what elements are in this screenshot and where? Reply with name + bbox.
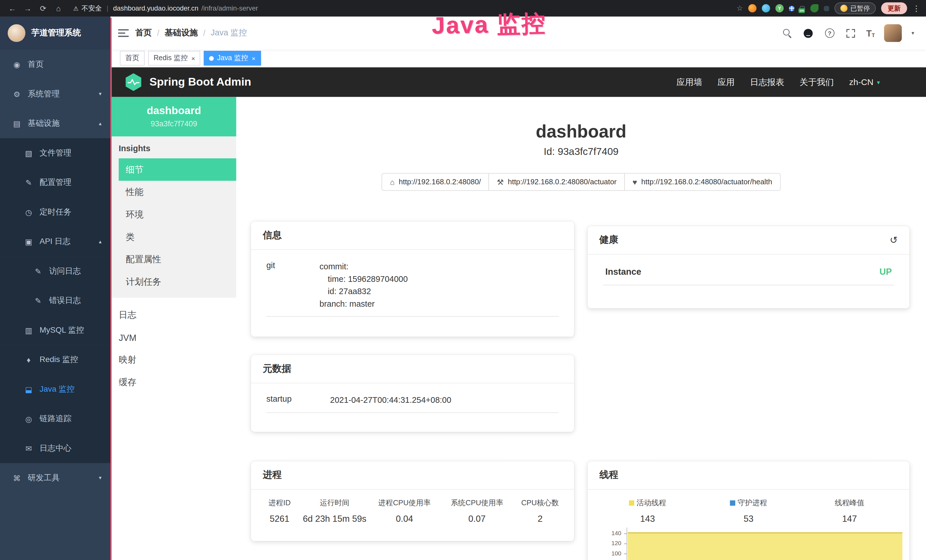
sidebar-item-label: 定时任务 [39,207,71,217]
sidebar-item-redis-monitor[interactable]: ♦ Redis 监控 [0,345,110,375]
legend-live-threads: 活动线程 143 [597,498,698,524]
paused-badge[interactable]: 已暂停 [834,2,876,14]
metadata-card-header: 元数据 [251,355,574,383]
screen: ← → ⟳ ⌂ ⚠ 不安全 | dashboard.yudao.iocoder.… [0,0,926,560]
tab-home[interactable]: 首页 [120,51,145,66]
sidebar-item-home[interactable]: ◉ 首页 [0,50,110,79]
sidebar-item-dev-tools[interactable]: ⌘ 研发工具 ▾ [0,463,110,493]
history-icon[interactable]: ↺ [890,235,898,246]
sidebar-item-java-monitor[interactable]: ⬓ Java 监控 [0,375,110,404]
insights-list: 细节 性能 环境 类 配置属性 计划任务 [119,158,236,293]
infra-icon: ▤ [12,119,22,128]
sba-menu-logs[interactable]: 日志 [112,304,236,326]
reload-icon[interactable]: ⟳ [36,4,50,12]
instance-header[interactable]: dashboard 93a3fc7f7409 [112,97,236,137]
language-label: zh-CN [849,77,873,87]
sidebar-item-scheduled-jobs[interactable]: ◷ 定时任务 [0,197,110,227]
sidebar-item-mysql-monitor[interactable]: ▥ MySQL 监控 [0,316,110,345]
page-subtitle: Id: 93a3fc7f7409 [236,146,926,157]
sidebar-item-error-logs[interactable]: ✎ 错误日志 [0,286,110,316]
update-button[interactable]: 更新 [881,2,907,14]
sba-menu-metrics[interactable]: 性能 [119,181,236,203]
sidebar-item-file-mgmt[interactable]: ▧ 文件管理 [0,138,110,168]
extension-icon-5[interactable]: on [800,6,805,11]
sidebar-item-access-logs[interactable]: ✎ 访问日志 [0,256,110,286]
sidebar-item-system-mgmt[interactable]: ⚙ 系统管理 ▾ [0,79,110,109]
app-logo[interactable]: 芋道管理系统 [0,17,110,50]
edit-icon: ✎ [24,178,34,187]
github-icon[interactable] [802,27,814,39]
extension-icon-2[interactable] [762,4,770,12]
trace-icon: ◎ [24,415,34,423]
extension-icon-1[interactable] [748,4,757,12]
legend-label: 活动线程 [637,498,666,508]
mysql-icon: ▥ [24,326,34,334]
threads-card-body: 活动线程 143 守护进程 53 线程峰值 147 [587,490,909,524]
sba-nav-applications[interactable]: 应用 [717,76,735,88]
bookmark-star-icon[interactable]: ☆ [737,4,743,12]
sba-nav-journal[interactable]: 日志报表 [750,76,784,88]
extension-icon-6[interactable] [810,4,819,12]
sba-nav: 应用墙 应用 日志报表 关于我们 zh-CN ▾ [676,76,913,88]
wrench-icon: ⚒ [497,177,504,186]
threads-chart: 140 120 100 [598,527,902,560]
sidebar-item-tracing[interactable]: ◎ 链路追踪 [0,404,110,434]
sba-nav-wallboard[interactable]: 应用墙 [676,76,702,88]
link-base-url[interactable]: ⌂ http://192.168.0.2:48080/ [382,173,489,191]
close-icon[interactable]: × [251,55,255,62]
sba-menu-caches[interactable]: 缓存 [112,371,236,394]
breadcrumb-home[interactable]: 首页 [135,28,152,38]
sba-menu-details[interactable]: 细节 [119,158,236,181]
link-health-url[interactable]: ♥ http://192.168.0.2:48080/actuator/heal… [624,173,781,191]
info-line: time: 1596289704000 [319,273,559,285]
chevron-up-icon: ▴ [99,239,101,245]
close-icon[interactable]: × [191,55,195,62]
sidebar-item-api-logs[interactable]: ▣ API 日志 ▴ [0,227,110,256]
chevron-down-icon: ▾ [99,91,101,97]
process-values: 5261 6d 23h 15m 59s 0.04 0.07 2 [258,513,567,524]
user-avatar[interactable] [884,24,902,42]
sidebar-item-infrastructure[interactable]: ▤ 基础设施 ▴ [0,109,110,138]
browser-menu-icon[interactable]: ⋮ [912,4,920,12]
back-icon[interactable]: ← [6,4,19,12]
search-icon[interactable] [781,27,793,39]
avatar-caret-icon[interactable]: ▾ [911,30,914,36]
link-actuator-url[interactable]: ⚒ http://192.168.0.2:48080/actuator [489,173,625,191]
sba-nav-about[interactable]: 关于我们 [800,76,834,88]
info-card-body: git commit: time: 1596289704000 id: 27aa… [251,250,574,327]
hamburger-icon[interactable] [112,17,135,50]
language-selector[interactable]: zh-CN ▾ [849,77,880,87]
help-icon[interactable]: ? [824,27,835,39]
redis-icon: ♦ [24,356,34,364]
paused-label: 已暂停 [850,4,870,12]
sba-menu-scheduled-tasks[interactable]: 计划任务 [119,271,236,293]
sba-menu-mappings[interactable]: 映射 [112,349,236,371]
sidebar-item-log-center[interactable]: ✉ 日志中心 [0,434,110,463]
gear-icon: ⚙ [12,89,22,98]
extension-icon-7[interactable] [824,6,829,11]
status-badge: UP [879,266,892,277]
metadata-card-body: startup 2021-04-27T00:44:31.254+08:00 [251,383,574,424]
extension-icon-4[interactable] [789,6,794,11]
legend-label: 守护进程 [737,498,767,508]
sba-menu-configprops[interactable]: 配置属性 [119,248,236,271]
sidebar-item-label: 链路追踪 [39,414,71,424]
fullscreen-icon[interactable] [845,27,857,39]
tab-redis-monitor[interactable]: Redis 监控 × [148,51,200,66]
sba-brand-title[interactable]: Spring Boot Admin [150,76,251,89]
forward-icon[interactable]: → [21,4,35,12]
page-title: dashboard [236,122,926,142]
tools-icon: ⌘ [12,474,22,483]
instance-links: ⌂ http://192.168.0.2:48080/ ⚒ http://192… [236,173,926,191]
breadcrumb-section[interactable]: 基础设施 [165,28,198,38]
sba-menu-jvm[interactable]: JVM [112,326,236,349]
sidebar-item-config-mgmt[interactable]: ✎ 配置管理 [0,168,110,197]
font-size-icon[interactable]: TT [866,28,875,38]
tab-java-monitor[interactable]: Java 监控 × [204,51,261,66]
y-tick: 100 [611,550,622,557]
browser-home-icon[interactable]: ⌂ [52,4,65,12]
sba-menu-environment[interactable]: 环境 [119,203,236,226]
sba-menu-classes[interactable]: 类 [119,226,236,248]
address-bar[interactable]: ⚠ 不安全 | dashboard.yudao.iocoder.cn/infra… [73,4,258,12]
extension-icon-3[interactable]: Y [775,4,784,12]
